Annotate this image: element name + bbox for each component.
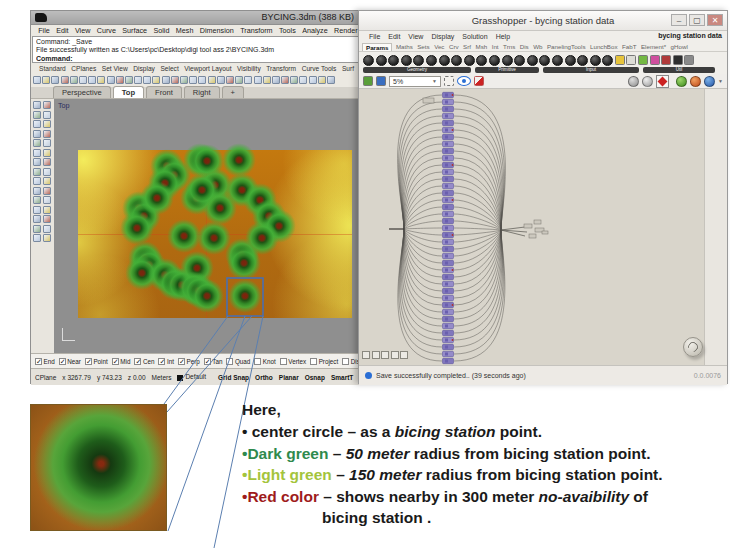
side-tool-icon[interactable]	[33, 111, 41, 119]
toolbar-icon[interactable]	[42, 76, 50, 84]
bicing-station-blob[interactable]	[185, 173, 219, 207]
viewport-tab-perspective[interactable]: Perspective	[53, 86, 111, 98]
gh-tab-wb[interactable]: Wb	[532, 43, 543, 50]
osnap-end[interactable]: ✓End	[35, 358, 55, 365]
sketch-pen-icon[interactable]	[474, 76, 484, 86]
canvas-panel-toggle[interactable]	[400, 351, 408, 359]
component-icon[interactable]	[552, 55, 563, 66]
toolbar-tab-curve-tools[interactable]: Curve Tools	[302, 65, 337, 72]
osnap-knot[interactable]: Knot	[254, 358, 275, 365]
gh-tab-dis[interactable]: Dis	[519, 43, 530, 50]
side-tool-icon[interactable]	[33, 177, 41, 185]
viewport-tab-+[interactable]: +	[222, 86, 244, 98]
component-icon[interactable]	[451, 55, 462, 66]
osnap-tan[interactable]: ✓Tan	[204, 358, 223, 365]
side-tool-icon[interactable]	[43, 225, 51, 233]
gh-tab-crv[interactable]: Crv	[448, 43, 460, 50]
toolbar-icon[interactable]	[263, 76, 271, 84]
gh-tab-msh[interactable]: Msh	[475, 43, 489, 50]
grasshopper-titlebar[interactable]: Grasshopper - bycing station data – ▢ ✕	[359, 11, 727, 31]
osnap-project[interactable]: Project	[310, 358, 338, 365]
toolbar-icon[interactable]	[272, 76, 280, 84]
side-tool-icon[interactable]	[33, 139, 41, 147]
maximize-button[interactable]: ▢	[689, 14, 705, 26]
side-tool-icon[interactable]	[43, 168, 51, 176]
toolbar-tab-standard[interactable]: Standard	[39, 65, 66, 72]
toolbar-icon[interactable]	[198, 76, 206, 84]
group-bar-util[interactable]: Util	[643, 67, 715, 73]
toolbar-icon[interactable]	[33, 76, 41, 84]
toggle-ortho[interactable]: Ortho	[255, 374, 273, 381]
status-cplane[interactable]: CPlane	[35, 374, 56, 381]
active-document-label[interactable]: bycing station data	[658, 32, 722, 39]
toggle-osnap[interactable]: Osnap	[305, 374, 325, 381]
gh-tab-vec[interactable]: Vec	[433, 43, 445, 50]
bicing-station-blob[interactable]	[228, 279, 262, 313]
component-icon[interactable]	[489, 55, 500, 66]
component-icon[interactable]	[673, 55, 683, 65]
checkbox-near[interactable]: ✓	[59, 358, 66, 365]
toolbar-icon[interactable]	[281, 76, 289, 84]
viewport-tab-front[interactable]: Front	[146, 86, 182, 98]
component-icon[interactable]	[577, 55, 588, 66]
toolbar-tab-surf[interactable]: Surf	[342, 65, 354, 72]
checkbox-knot[interactable]	[254, 358, 261, 365]
checkbox-disable[interactable]	[342, 358, 349, 365]
viewport-tab-top[interactable]: Top	[113, 86, 144, 98]
checkbox-vertex[interactable]	[280, 358, 287, 365]
side-tool-icon[interactable]	[33, 168, 41, 176]
gh-tab-trns[interactable]: Trns	[502, 43, 516, 50]
toolbar-icon[interactable]	[97, 76, 105, 84]
menu-item-file[interactable]: File	[35, 26, 53, 35]
toolbar-tab-display[interactable]: Display	[133, 65, 155, 72]
side-tool-icon[interactable]	[43, 234, 51, 242]
bicing-station-blob[interactable]	[222, 143, 256, 177]
toolbar-tab-select[interactable]: Select	[160, 65, 178, 72]
checkbox-project[interactable]	[310, 358, 317, 365]
side-tool-icon[interactable]	[33, 130, 41, 138]
group-bar-geometry[interactable]: Geometry	[363, 67, 471, 73]
side-tool-icon[interactable]	[43, 149, 51, 157]
toolbar-icon[interactable]	[189, 76, 197, 84]
component-icon[interactable]	[388, 55, 399, 66]
canvas-panel-toggle[interactable]	[391, 351, 399, 359]
osnap-cen[interactable]: ✓Cen	[134, 358, 154, 365]
gh-tab-maths[interactable]: Maths	[395, 43, 414, 50]
gh-tab-srf[interactable]: Srf	[462, 43, 472, 50]
osnap-quad[interactable]: Quad	[226, 358, 250, 365]
toolbar-icon[interactable]	[79, 76, 87, 84]
save-file-icon[interactable]	[376, 76, 386, 86]
canvas-panel-toggle[interactable]	[362, 351, 370, 359]
gh-tab-sets[interactable]: Sets	[416, 43, 430, 50]
canvas-panel-toggle[interactable]	[372, 351, 380, 359]
component-icon[interactable]	[401, 55, 412, 66]
checkbox-tan[interactable]: ✓	[204, 358, 211, 365]
osnap-point[interactable]: ✓Point	[85, 358, 108, 365]
toolbar-tab-transform[interactable]: Transform	[266, 65, 296, 72]
toolbar-icon[interactable]	[217, 76, 225, 84]
checkbox-perp[interactable]: ✓	[178, 358, 185, 365]
selected-preview-icon[interactable]	[656, 75, 669, 88]
component-icon[interactable]	[684, 55, 694, 65]
component-icon[interactable]	[514, 55, 525, 66]
toolbar-tab-visibility[interactable]: Visibility	[237, 65, 261, 72]
toolbar-icon[interactable]	[171, 76, 179, 84]
toolbar-icon[interactable]	[61, 76, 69, 84]
toggle-planar[interactable]: Planar	[279, 374, 299, 381]
gh-menu-file[interactable]: File	[365, 33, 384, 40]
side-tool-icon[interactable]	[33, 206, 41, 214]
toolbar-tab-set-view[interactable]: Set View	[102, 65, 128, 72]
menu-item-tools[interactable]: Tools	[276, 26, 299, 35]
checkbox-mid[interactable]: ✓	[112, 358, 119, 365]
side-tool-icon[interactable]	[43, 196, 51, 204]
toolbar-icon[interactable]	[180, 76, 188, 84]
side-tool-icon[interactable]	[43, 187, 51, 195]
side-tool-icon[interactable]	[33, 196, 41, 204]
green-preview-icon[interactable]	[676, 76, 687, 87]
side-tool-icon[interactable]	[33, 149, 41, 157]
canvas-compass-widget[interactable]	[683, 337, 703, 357]
checkbox-end[interactable]: ✓	[35, 358, 42, 365]
component-icon[interactable]	[502, 55, 513, 66]
toolbar-tab-cplanes[interactable]: CPlanes	[71, 65, 96, 72]
osnap-mid[interactable]: ✓Mid	[112, 358, 131, 365]
